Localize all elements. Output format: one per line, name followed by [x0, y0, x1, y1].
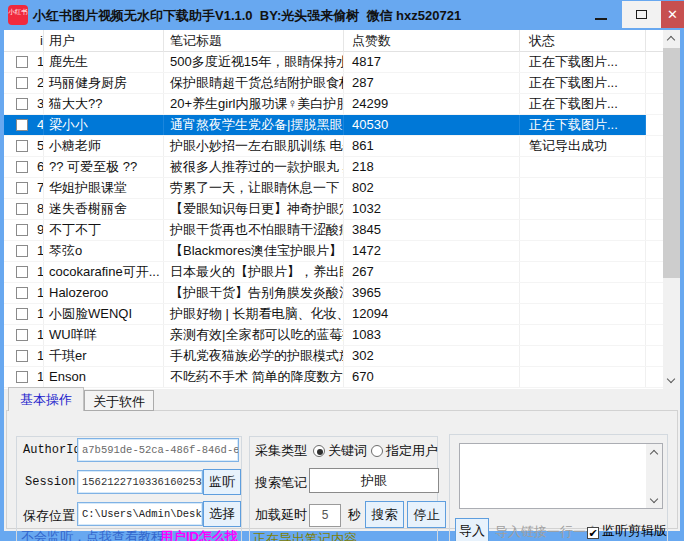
row-checkbox[interactable]: [16, 224, 28, 236]
table-row[interactable]: 1 鹿先生 500多度近视15年，眼睛保持水灵的方法总结 4817 正在下载图片…: [4, 52, 663, 73]
import-links-textarea[interactable]: [459, 443, 663, 509]
header-user[interactable]: 用户: [44, 30, 164, 52]
row-checkbox[interactable]: [16, 245, 28, 257]
table-row[interactable]: 6 ?? 可爱至极 ?? 被很多人推荐过的一款护眼丸 真的是很不错的一... 2…: [4, 157, 663, 178]
save-path-field[interactable]: C:\Users\Admin\Deskt: [77, 502, 203, 526]
radio-specified-user[interactable]: 指定用户: [371, 442, 438, 460]
radio-keyword[interactable]: 关键词: [313, 442, 367, 460]
row-user: 千琪er: [44, 346, 164, 366]
row-title: 保护眼睛超干货总结附护眼食材及日常用眼注意事...: [164, 73, 344, 93]
header-id[interactable]: id: [4, 30, 44, 52]
row-title: 劳累了一天，让眼睛休息一下，视力调焦动态图。...: [164, 178, 344, 198]
maximize-button[interactable]: [622, 1, 661, 28]
table-row[interactable]: 4 梁小小 通宵熬夜学生党必备|摆脱黑眼圈|救命护眼秘籍| 眼... 40530…: [4, 115, 663, 136]
close-button[interactable]: ✕: [661, 1, 684, 28]
table-row[interactable]: 1. 千琪er 手机党夜猫族必学的护眼模式放大双眸让眼睛更亮... 302: [4, 346, 663, 367]
app-window: 小红书 小红书图片视频无水印下载助手V1.1.0 BY:光头强来偷树 微信 hx…: [0, 0, 684, 541]
row-checkbox[interactable]: [16, 203, 28, 215]
table-row[interactable]: 1. Halozeroo 【护眼干货】告别角膜发炎酸涩充血&缓解眼疲劳 ... …: [4, 283, 663, 304]
table-row[interactable]: 1. 小圆脸WENQI 护眼好物 | 长期看电脑、化妆、戴美瞳的简单护理 120…: [4, 304, 663, 325]
authorid-field[interactable]: a7b591de-52ca-486f-846d-e7: [77, 438, 239, 462]
header-status[interactable]: 状态: [520, 30, 646, 52]
row-checkbox[interactable]: [16, 329, 28, 341]
row-checkbox[interactable]: [16, 161, 28, 173]
scroll-up-icon[interactable]: [663, 30, 680, 47]
textarea-scroll-up-icon[interactable]: [646, 444, 662, 460]
choose-folder-button[interactable]: 选择: [203, 501, 241, 527]
table-scrollbar[interactable]: [663, 30, 680, 389]
textarea-scrollbar[interactable]: [646, 444, 662, 508]
row-status: 正在下载图片...: [520, 94, 646, 114]
table-row[interactable]: 1. Enson 不吃药不手术 简单的降度数方法 最实用的护眼干... 670: [4, 367, 663, 388]
import-button[interactable]: 导入: [455, 518, 489, 541]
table-row[interactable]: 2 玛丽健身厨房 保护眼睛超干货总结附护眼食材及日常用眼注意事... 287 正…: [4, 73, 663, 94]
row-id: 2: [37, 73, 44, 93]
row-status: [520, 283, 646, 303]
row-likes: 1032: [344, 199, 520, 219]
authorid-label: AuthorId: [23, 443, 81, 457]
table-row[interactable]: 1. cocokarafine可开... 日本最火的【护眼片】，养出眼神杀！ 今…: [4, 262, 663, 283]
row-checkbox[interactable]: [16, 56, 28, 68]
row-user: 琴弦o: [44, 241, 164, 261]
row-id-cell: 7: [4, 178, 44, 198]
row-status: [520, 304, 646, 324]
tutorial-link[interactable]: 不会监听，点我查看教程: [21, 528, 164, 541]
export-status-text: 正在导出笔记内容...: [253, 530, 368, 541]
row-user: 玛丽健身厨房: [44, 73, 164, 93]
row-checkbox[interactable]: [16, 182, 28, 194]
table-row[interactable]: 3 猫大大?? 20+养生girl内服功课♀美白护肝护眼增发 24299 正在下…: [4, 94, 663, 115]
row-likes: 218: [344, 157, 520, 177]
scrollbar-thumb[interactable]: [663, 48, 680, 278]
table-row[interactable]: 7 华姐护眼课堂 劳累了一天，让眼睛休息一下，视力调焦动态图。... 802: [4, 178, 663, 199]
row-id: 1: [37, 52, 44, 72]
table-row[interactable]: 8 迷失香榭丽舍 【爱眼知识每日更】神奇护眼穴位 1032: [4, 199, 663, 220]
app-icon: 小红书: [8, 5, 28, 25]
table-row[interactable]: 1. WU咩咩 亲测有效|全家都可以吃的蓝莓护眼胶囊 1083: [4, 325, 663, 346]
tab-basic-operations[interactable]: 基本操作: [8, 387, 84, 411]
row-checkbox[interactable]: [16, 287, 28, 299]
row-likes: 267: [344, 262, 520, 282]
table-row[interactable]: 5 小糖老师 护眼小妙招一左右眼肌训练 电子屏发达，大家过度... 861 笔记…: [4, 136, 663, 157]
header-title[interactable]: 笔记标题: [164, 30, 344, 52]
row-checkbox[interactable]: [16, 308, 28, 320]
row-id: 1.: [37, 283, 44, 303]
row-checkbox[interactable]: [16, 77, 28, 89]
delay-input[interactable]: 5: [309, 504, 341, 527]
clipboard-monitor-checkbox[interactable]: ✔监听剪辑版: [587, 522, 667, 540]
notes-table: id 用户 笔记标题 点赞数 状态 1 鹿先生 500多度近视15年，眼睛保持水…: [4, 30, 680, 389]
table-row[interactable]: 9 不丁不丁 护眼干货再也不怕眼睛干涩酸痛和发炎充血了 我本... 3845: [4, 220, 663, 241]
row-checkbox[interactable]: [16, 371, 28, 383]
header-likes[interactable]: 点赞数: [344, 30, 520, 52]
row-checkbox[interactable]: [16, 98, 28, 110]
row-title: 亲测有效|全家都可以吃的蓝莓护眼胶囊: [164, 325, 344, 345]
search-keyword-input[interactable]: 护眼: [309, 468, 439, 493]
row-user: 鹿先生: [44, 52, 164, 72]
tab-about-software[interactable]: 关于软件: [84, 390, 154, 411]
minimize-button[interactable]: [588, 0, 614, 28]
search-button[interactable]: 搜索: [365, 501, 404, 528]
scroll-down-icon[interactable]: [663, 372, 680, 389]
row-checkbox[interactable]: [16, 119, 28, 131]
row-status: [520, 367, 646, 387]
row-checkbox[interactable]: [16, 140, 28, 152]
row-id: 1.: [37, 262, 44, 282]
row-checkbox[interactable]: [16, 266, 28, 278]
textarea-scroll-down-icon[interactable]: [646, 492, 662, 508]
table-row[interactable]: 1. 琴弦o 【Blackmores澳佳宝护眼片】 1472: [4, 241, 663, 262]
row-id-cell: 1.: [4, 367, 44, 387]
row-empty-cell: [646, 283, 663, 303]
stop-button[interactable]: 停止: [407, 501, 446, 528]
row-id-cell: 1.: [4, 283, 44, 303]
userid-help-link[interactable]: 用户ID怎么找: [160, 528, 238, 541]
session-field[interactable]: 15621227103361602536: [77, 470, 203, 494]
row-empty-cell: [646, 73, 663, 93]
radio-user-dot: [371, 445, 383, 457]
row-checkbox[interactable]: [16, 350, 28, 362]
row-user: WU咩咩: [44, 325, 164, 345]
row-id: 1.: [37, 325, 44, 345]
row-empty-cell: [646, 199, 663, 219]
listen-button[interactable]: 监听: [203, 469, 241, 495]
row-empty-cell: [646, 262, 663, 282]
table-body: 1 鹿先生 500多度近视15年，眼睛保持水灵的方法总结 4817 正在下载图片…: [4, 52, 663, 389]
row-likes: 24299: [344, 94, 520, 114]
